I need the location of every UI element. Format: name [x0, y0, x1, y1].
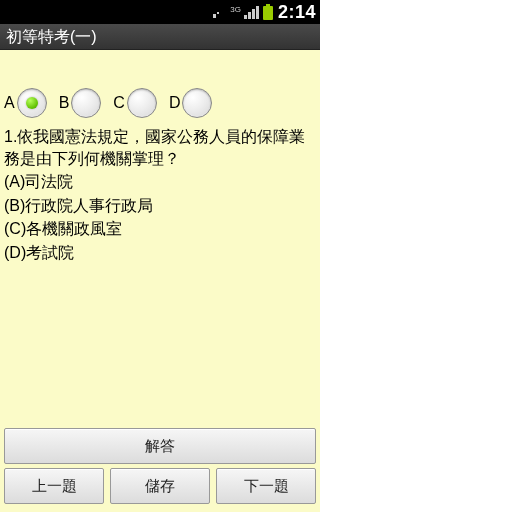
save-button[interactable]: 儲存: [110, 468, 210, 504]
question-stem: 1.依我國憲法規定，國家公務人員的保障業務是由下列何機關掌理？: [4, 126, 316, 169]
option-c-label: C: [113, 94, 125, 112]
choice-c: (C)各機關政風室: [4, 218, 316, 240]
svg-rect-4: [252, 9, 255, 19]
signal-icon: [244, 5, 260, 19]
choice-b: (B)行政院人事行政局: [4, 195, 316, 217]
next-button[interactable]: 下一題: [216, 468, 316, 504]
nav-button-row: 上一題 儲存 下一題: [4, 468, 316, 504]
svg-rect-6: [266, 4, 270, 6]
option-b-label: B: [59, 94, 70, 112]
battery-icon: [263, 4, 273, 20]
svg-rect-3: [248, 12, 251, 19]
svg-rect-5: [256, 6, 259, 19]
option-c[interactable]: C: [113, 88, 157, 118]
network-3g-icon: [213, 6, 227, 18]
answer-radio-row: A B C D: [4, 88, 316, 118]
option-d[interactable]: D: [169, 88, 213, 118]
radio-a[interactable]: [17, 88, 47, 118]
option-a[interactable]: A: [4, 88, 47, 118]
radio-c[interactable]: [127, 88, 157, 118]
status-bar: 3G 2:14: [0, 0, 320, 24]
option-d-label: D: [169, 94, 181, 112]
status-clock: 2:14: [278, 2, 316, 23]
answer-button[interactable]: 解答: [4, 428, 316, 464]
question-block: 1.依我國憲法規定，國家公務人員的保障業務是由下列何機關掌理？ (A)司法院 (…: [4, 126, 316, 266]
svg-rect-1: [217, 12, 219, 14]
content-area: A B C D 1.依我國憲法規定，國家公務人員的保障業務是由下列何機關掌理？ …: [0, 50, 320, 512]
radio-d[interactable]: [182, 88, 212, 118]
option-b[interactable]: B: [59, 88, 102, 118]
answer-button-row: 解答: [4, 428, 316, 464]
device-frame: 3G 2:14 初等特考(一) A B: [0, 0, 320, 512]
spacer: [4, 266, 316, 428]
app-title: 初等特考(一): [0, 24, 320, 50]
choice-a: (A)司法院: [4, 171, 316, 193]
choice-d: (D)考試院: [4, 242, 316, 264]
radio-b[interactable]: [71, 88, 101, 118]
network-type-label: 3G: [230, 5, 241, 14]
svg-rect-0: [213, 14, 216, 18]
prev-button[interactable]: 上一題: [4, 468, 104, 504]
svg-rect-2: [244, 15, 247, 19]
option-a-label: A: [4, 94, 15, 112]
svg-rect-7: [263, 6, 273, 20]
